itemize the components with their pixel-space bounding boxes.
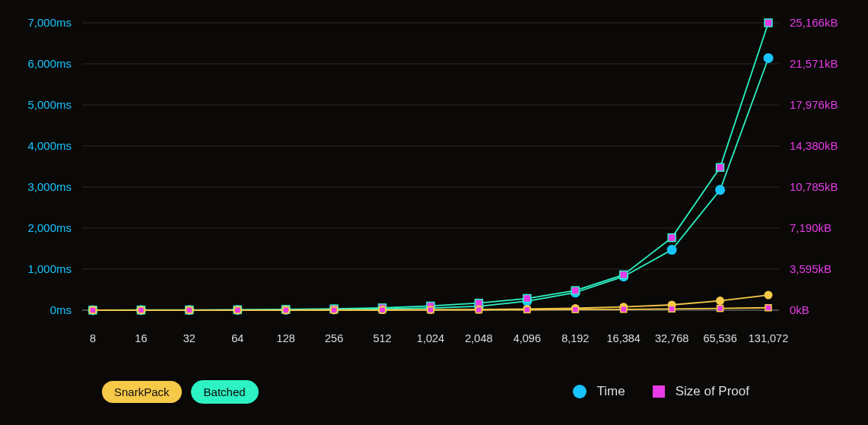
y-right-tick: 25,166kB (790, 16, 838, 29)
data-point[interactable] (716, 297, 724, 305)
data-point[interactable] (475, 307, 482, 313)
data-point[interactable] (717, 306, 723, 312)
chart-canvas: 0ms0kB1,000ms3,595kB2,000ms7,190kB3,000m… (0, 0, 868, 425)
y-left-tick: 3,000ms (27, 180, 72, 193)
series-line (93, 58, 768, 309)
x-tick: 131,072 (749, 332, 788, 344)
legend-label: Size of Proof (676, 384, 749, 399)
data-point[interactable] (669, 306, 675, 312)
x-tick: 64 (231, 332, 243, 344)
data-point[interactable] (572, 306, 578, 312)
y-right-tick: 21,571kB (790, 57, 838, 70)
data-point[interactable] (621, 306, 627, 312)
data-point[interactable] (620, 271, 628, 278)
data-point[interactable] (571, 287, 579, 294)
data-point[interactable] (765, 305, 771, 311)
y-left-tick: 1,000ms (27, 262, 72, 275)
x-tick: 32,768 (655, 332, 688, 344)
series-line (93, 23, 768, 310)
data-point[interactable] (138, 307, 144, 313)
x-tick: 256 (325, 332, 343, 344)
pill-label: Batched (204, 385, 246, 398)
y-left-tick: 7,000ms (27, 16, 72, 29)
data-point[interactable] (283, 307, 289, 313)
data-point[interactable] (90, 307, 96, 313)
data-point[interactable] (717, 163, 724, 171)
data-point[interactable] (668, 234, 676, 242)
y-right-tick: 3,595kB (790, 262, 831, 275)
y-right-tick: 14,380kB (790, 139, 838, 152)
y-left-tick: 0ms (50, 303, 72, 316)
x-tick: 32 (183, 332, 196, 344)
circle-icon (573, 385, 587, 398)
data-point[interactable] (428, 307, 434, 313)
y-right-tick: 17,976kB (790, 98, 838, 111)
x-tick: 8,192 (561, 332, 589, 344)
x-tick: 8 (90, 332, 96, 344)
legend-size: Size of Proof (653, 384, 749, 399)
data-point[interactable] (765, 19, 772, 27)
data-point[interactable] (667, 245, 677, 255)
x-tick: 1,024 (417, 332, 444, 344)
benchmark-chart: 0ms0kB1,000ms3,595kB2,000ms7,190kB3,000m… (0, 0, 868, 425)
data-point[interactable] (331, 307, 337, 313)
y-right-tick: 0kB (790, 303, 809, 316)
data-point[interactable] (524, 306, 530, 312)
legend: SnarkPack Batched Time Size of Proof (0, 376, 868, 407)
x-tick: 128 (277, 332, 295, 344)
data-point[interactable] (764, 53, 774, 63)
square-icon (653, 385, 665, 398)
data-point[interactable] (380, 307, 386, 313)
data-point[interactable] (715, 185, 725, 195)
x-tick: 512 (373, 332, 391, 344)
y-left-tick: 6,000ms (27, 57, 72, 70)
y-right-tick: 10,785kB (790, 180, 838, 193)
x-tick: 65,536 (703, 332, 736, 344)
y-left-tick: 4,000ms (27, 139, 72, 152)
y-right-tick: 7,190kB (790, 221, 831, 234)
data-point[interactable] (234, 307, 240, 313)
data-point[interactable] (523, 295, 531, 303)
legend-label: Time (597, 384, 625, 399)
y-left-tick: 5,000ms (27, 98, 72, 111)
x-tick: 16 (135, 332, 147, 344)
x-tick: 16,384 (607, 332, 641, 344)
legend-time: Time (573, 384, 625, 399)
series-toggle-batched[interactable]: Batched (191, 380, 259, 404)
data-point[interactable] (186, 307, 192, 313)
data-point[interactable] (765, 291, 773, 300)
series-toggle-snarkpack[interactable]: SnarkPack (102, 381, 182, 403)
x-tick: 4,096 (513, 332, 541, 344)
y-left-tick: 2,000ms (27, 221, 72, 234)
pill-label: SnarkPack (114, 385, 170, 398)
x-tick: 2,048 (465, 332, 492, 344)
